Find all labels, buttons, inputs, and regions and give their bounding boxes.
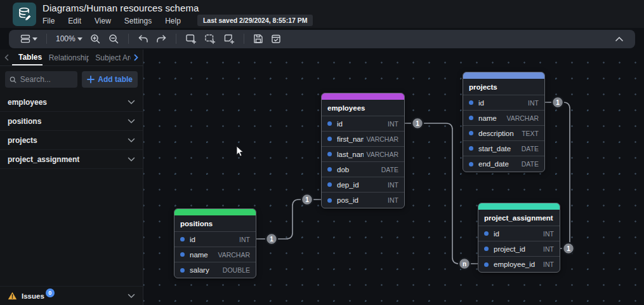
sidebar-table-label: projects bbox=[8, 136, 37, 145]
zoom-out-button[interactable] bbox=[105, 31, 123, 47]
table-field-row[interactable]: first_name VARCHAR bbox=[322, 132, 404, 147]
field-type: VARCHAR bbox=[366, 151, 398, 158]
chevron-down-icon[interactable] bbox=[128, 294, 135, 299]
field-name: end_date bbox=[478, 160, 519, 168]
field-type: VARCHAR bbox=[366, 135, 398, 143]
caret-down-icon bbox=[77, 37, 82, 41]
sidebar-item-projects[interactable]: projects bbox=[0, 131, 143, 150]
tab-subject-are[interactable]: Subject Are bbox=[89, 50, 131, 65]
field-type: INT bbox=[388, 196, 398, 204]
field-name: id bbox=[190, 236, 237, 243]
field-dot-icon bbox=[469, 100, 473, 105]
diagram-table-projects[interactable]: projects id INT name VARCHAR description… bbox=[463, 72, 545, 172]
tabs-scroll-left-button[interactable] bbox=[1, 50, 12, 65]
zoom-in-button[interactable] bbox=[86, 31, 105, 47]
cardinality-label: 1 bbox=[305, 196, 309, 203]
issues-row[interactable]: Issues 0 bbox=[0, 286, 143, 305]
table-field-row[interactable]: name VARCHAR bbox=[174, 247, 256, 262]
diagram-menu-button[interactable] bbox=[16, 31, 41, 46]
table-accent-bar bbox=[174, 209, 256, 215]
sidebar-item-project_assignment[interactable]: project_assignment bbox=[0, 150, 143, 169]
table-title[interactable]: positions bbox=[174, 215, 256, 232]
search-box[interactable] bbox=[5, 71, 77, 88]
relationship-edge-positions_id_to_employees_pos_id[interactable] bbox=[256, 200, 321, 239]
table-field-row[interactable]: dob DATE bbox=[322, 162, 404, 177]
field-type: INT bbox=[543, 261, 554, 268]
toolbar-divider bbox=[244, 34, 244, 44]
table-field-row[interactable]: name VARCHAR bbox=[463, 111, 544, 126]
menu-item-settings[interactable]: Settings bbox=[124, 16, 152, 26]
table-field-row[interactable]: id INT bbox=[322, 116, 404, 132]
table-field-row[interactable]: start_date DATE bbox=[463, 141, 544, 156]
title-bar: Diagrams/Human resources schema FileEdit… bbox=[0, 0, 644, 28]
todo-list-icon bbox=[271, 34, 281, 44]
menu-item-file[interactable]: File bbox=[43, 16, 55, 26]
menu-item-help[interactable]: Help bbox=[165, 16, 181, 26]
table-field-row[interactable]: salary DOUBLE bbox=[174, 262, 256, 278]
diagram-table-project_assignment[interactable]: project_assignment id INT project_id INT… bbox=[478, 203, 560, 273]
field-type: INT bbox=[388, 181, 398, 189]
table-field-row[interactable]: pos_id INT bbox=[322, 193, 404, 208]
table-field-row[interactable]: end_date DATE bbox=[463, 156, 544, 172]
sidebar-item-employees[interactable]: employees bbox=[0, 93, 143, 112]
field-dot-icon bbox=[484, 247, 489, 251]
add-table-button[interactable]: Add table bbox=[82, 71, 138, 88]
diagram-canvas[interactable]: 111n11 employees id INT first_name VARCH… bbox=[143, 50, 644, 305]
table-field-row[interactable]: project_id INT bbox=[478, 241, 560, 257]
add-table-label: Add table bbox=[98, 75, 133, 84]
table-field-row[interactable]: employee_id INT bbox=[478, 257, 560, 272]
app-logo[interactable] bbox=[13, 3, 36, 26]
table-field-row[interactable]: id INT bbox=[174, 232, 256, 247]
sidebar: TablesRelationshipsSubject Are Add table bbox=[0, 50, 143, 305]
table-field-row[interactable]: id INT bbox=[478, 226, 560, 241]
plus-icon bbox=[87, 76, 95, 83]
field-type: INT bbox=[543, 230, 554, 238]
table-title[interactable]: project_assignment bbox=[478, 210, 560, 226]
zoom-level-select[interactable]: 100% bbox=[52, 32, 86, 46]
diagram-table-employees[interactable]: employees id INT first_name VARCHAR last… bbox=[321, 93, 405, 208]
field-name: id bbox=[494, 230, 541, 238]
menu-item-view[interactable]: View bbox=[95, 16, 111, 26]
diagram-table-positions[interactable]: positions id INT name VARCHAR salary DOU… bbox=[174, 208, 256, 278]
field-name: start_date bbox=[478, 145, 519, 152]
field-type: TEXT bbox=[522, 130, 539, 137]
table-accent-bar bbox=[463, 72, 544, 79]
collapse-toolbar-button[interactable] bbox=[611, 34, 628, 44]
table-field-row[interactable]: dep_id INT bbox=[322, 177, 404, 193]
todo-button[interactable] bbox=[267, 31, 285, 46]
undo-button[interactable] bbox=[134, 31, 152, 46]
table-field-row[interactable]: id INT bbox=[463, 95, 544, 111]
save-button[interactable] bbox=[249, 31, 267, 46]
table-title[interactable]: projects bbox=[463, 79, 544, 95]
tab-tables[interactable]: Tables bbox=[12, 50, 43, 65]
redo-icon bbox=[156, 34, 167, 44]
redo-button[interactable] bbox=[152, 31, 171, 46]
table-field-row[interactable]: last_name VARCHAR bbox=[322, 147, 404, 162]
field-type: DATE bbox=[522, 145, 539, 152]
chevron-down-icon[interactable] bbox=[128, 157, 135, 162]
table-field-row[interactable]: description TEXT bbox=[463, 126, 544, 141]
sidebar-item-positions[interactable]: positions bbox=[0, 112, 143, 131]
table-accent-bar bbox=[322, 93, 404, 100]
field-dot-icon bbox=[327, 121, 332, 126]
tabs-scroll-right-button[interactable] bbox=[131, 50, 141, 65]
add-table-toolbar-button[interactable] bbox=[181, 30, 200, 47]
field-name: employee_id bbox=[494, 261, 541, 268]
chevron-down-icon[interactable] bbox=[128, 119, 135, 124]
app-window: Diagrams/Human resources schema FileEdit… bbox=[0, 0, 644, 305]
menu-item-edit[interactable]: Edit bbox=[68, 16, 81, 26]
field-dot-icon bbox=[180, 252, 185, 257]
chevron-down-icon[interactable] bbox=[128, 138, 135, 143]
field-type: VARCHAR bbox=[506, 114, 539, 122]
tab-relationships[interactable]: Relationships bbox=[43, 50, 89, 65]
field-name: dep_id bbox=[337, 181, 385, 189]
add-area-button[interactable] bbox=[200, 30, 220, 47]
add-note-button[interactable] bbox=[220, 30, 239, 47]
search-input[interactable] bbox=[20, 75, 74, 84]
field-name: last_name bbox=[337, 151, 364, 158]
add-subject-area-icon bbox=[204, 33, 216, 44]
field-dot-icon bbox=[327, 167, 332, 172]
table-title[interactable]: employees bbox=[322, 100, 404, 116]
cardinality-label: 1 bbox=[270, 236, 273, 243]
chevron-down-icon[interactable] bbox=[128, 100, 135, 105]
